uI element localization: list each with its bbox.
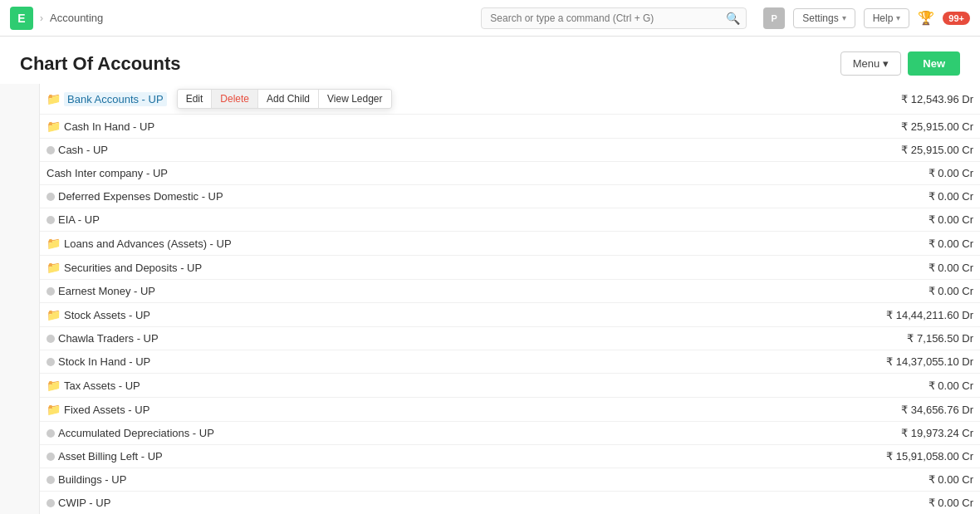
table-row[interactable]: Cash - UP₹ 25,915.00 Cr bbox=[40, 139, 980, 162]
amount-cell: ₹ 25,915.00 Cr bbox=[774, 115, 980, 139]
amount-cell: ₹ 0.00 Cr bbox=[774, 208, 980, 232]
trophy-icon: 🏆 bbox=[918, 10, 934, 26]
account-name-cell: 📁Fixed Assets - UP bbox=[47, 403, 767, 416]
amount-cell: ₹ 0.00 Cr bbox=[774, 232, 980, 256]
account-name-cell: Buildings - UP bbox=[47, 473, 767, 486]
notification-badge[interactable]: 99+ bbox=[943, 12, 970, 25]
page-header: Chart Of Accounts Menu ▾ New bbox=[0, 37, 980, 84]
account-name-cell: 📁Cash In Hand - UP bbox=[47, 120, 767, 133]
table-row[interactable]: Chawla Traders - UP₹ 7,156.50 Dr bbox=[40, 327, 980, 350]
table-row[interactable]: CWIP - UP₹ 0.00 Cr bbox=[40, 492, 980, 515]
account-name-cell: 📁Stock Assets - UP bbox=[47, 308, 767, 321]
new-button[interactable]: New bbox=[908, 51, 960, 76]
folder-icon: 📁 bbox=[47, 120, 61, 133]
app-icon[interactable]: E bbox=[10, 7, 33, 30]
amount-cell: ₹ 34,656.76 Dr bbox=[774, 398, 980, 422]
amount-cell: ₹ 14,44,211.60 Dr bbox=[774, 303, 980, 327]
table-row[interactable]: EIA - UP₹ 0.00 Cr bbox=[40, 208, 980, 232]
table-row[interactable]: Earnest Money - UP₹ 0.00 Cr bbox=[40, 280, 980, 303]
amount-cell: ₹ 14,37,055.10 Dr bbox=[774, 350, 980, 374]
table-row[interactable]: Stock In Hand - UP₹ 14,37,055.10 Dr bbox=[40, 350, 980, 374]
account-name-cell: Earnest Money - UP bbox=[47, 285, 767, 297]
account-name: Accumulated Depreciations - UP bbox=[58, 427, 214, 439]
account-name: Fixed Assets - UP bbox=[64, 404, 149, 416]
accounts-list: 📁Bank Accounts - UP Edit Delete Add Chil… bbox=[40, 84, 980, 514]
table-row[interactable]: 📁Loans and Advances (Assets) - UP₹ 0.00 … bbox=[40, 232, 980, 256]
amount-cell: ₹ 0.00 Cr bbox=[774, 185, 980, 208]
add-child-button[interactable]: Add Child bbox=[258, 90, 319, 108]
folder-icon: 📁 bbox=[47, 92, 61, 105]
folder-icon: 📁 bbox=[47, 403, 61, 416]
account-name-cell: CWIP - UP bbox=[47, 497, 767, 509]
nav-chevron-icon: › bbox=[40, 12, 43, 24]
menu-button[interactable]: Menu ▾ bbox=[840, 51, 902, 76]
account-name-cell: Chawla Traders - UP bbox=[47, 332, 767, 345]
account-name-cell: EIA - UP bbox=[47, 213, 767, 226]
circle-icon bbox=[47, 216, 55, 224]
context-menu: Edit Delete Add Child View Ledger bbox=[177, 89, 392, 109]
menu-dropdown-icon: ▾ bbox=[883, 57, 889, 70]
search-bar: 🔍 bbox=[481, 7, 747, 29]
table-row[interactable]: Deferred Expenses Domestic - UP₹ 0.00 Cr bbox=[40, 185, 980, 208]
account-name: Deferred Expenses Domestic - UP bbox=[58, 190, 223, 203]
account-name-cell: 📁Securities and Deposits - UP bbox=[47, 261, 767, 274]
amount-cell: ₹ 25,915.00 Cr bbox=[774, 139, 980, 162]
amount-cell: ₹ 0.00 Cr bbox=[774, 256, 980, 280]
account-name: Stock Assets - UP bbox=[64, 309, 150, 321]
amount-cell: ₹ 15,91,058.00 Cr bbox=[774, 445, 980, 468]
table-row[interactable]: 📁Stock Assets - UP₹ 14,44,211.60 Dr bbox=[40, 303, 980, 327]
edit-button[interactable]: Edit bbox=[178, 90, 213, 108]
circle-icon bbox=[47, 499, 55, 507]
nav-module-label: Accounting bbox=[50, 12, 103, 24]
account-name-cell: 📁Loans and Advances (Assets) - UP bbox=[47, 237, 767, 250]
account-name: Earnest Money - UP bbox=[58, 285, 155, 297]
search-icon: 🔍 bbox=[726, 12, 740, 25]
table-row[interactable]: Cash Inter company - UP₹ 0.00 Cr bbox=[40, 162, 980, 185]
help-button[interactable]: Help ▾ bbox=[864, 8, 910, 28]
table-row[interactable]: 📁Bank Accounts - UP Edit Delete Add Chil… bbox=[40, 84, 980, 115]
view-ledger-button[interactable]: View Ledger bbox=[319, 90, 391, 108]
account-name-cell: Cash Inter company - UP bbox=[47, 167, 767, 179]
table-row[interactable]: 📁Tax Assets - UP₹ 0.00 Cr bbox=[40, 374, 980, 398]
sidebar bbox=[0, 84, 40, 514]
amount-cell: ₹ 0.00 Cr bbox=[774, 162, 980, 185]
table-row[interactable]: Asset Billing Left - UP₹ 15,91,058.00 Cr bbox=[40, 445, 980, 468]
table-row[interactable]: Buildings - UP₹ 0.00 Cr bbox=[40, 468, 980, 492]
table-row[interactable]: Accumulated Depreciations - UP₹ 19,973.2… bbox=[40, 422, 980, 445]
search-input[interactable] bbox=[481, 7, 747, 29]
amount-cell: ₹ 7,156.50 Dr bbox=[774, 327, 980, 350]
circle-icon bbox=[47, 476, 55, 484]
table-row[interactable]: 📁Fixed Assets - UP₹ 34,656.76 Dr bbox=[40, 398, 980, 422]
delete-button[interactable]: Delete bbox=[212, 90, 258, 108]
settings-dropdown-icon: ▾ bbox=[842, 13, 846, 22]
folder-icon: 📁 bbox=[47, 237, 61, 250]
circle-icon bbox=[47, 193, 55, 201]
account-name: Cash Inter company - UP bbox=[47, 167, 168, 179]
amount-cell: ₹ 19,973.24 Cr bbox=[774, 422, 980, 445]
top-nav: E › Accounting 🔍 P Settings ▾ Help ▾ 🏆 9… bbox=[0, 0, 980, 37]
circle-icon bbox=[47, 429, 55, 438]
account-name-cell: Stock In Hand - UP bbox=[47, 355, 767, 368]
avatar[interactable]: P bbox=[763, 7, 785, 29]
account-name-cell: 📁Bank Accounts - UP Edit Delete Add Chil… bbox=[47, 89, 767, 109]
circle-icon bbox=[47, 358, 55, 366]
amount-cell: ₹ 0.00 Cr bbox=[774, 280, 980, 303]
help-dropdown-icon: ▾ bbox=[896, 13, 900, 22]
page-title: Chart Of Accounts bbox=[20, 53, 181, 75]
circle-icon bbox=[47, 335, 55, 343]
amount-cell: ₹ 12,543.96 Dr bbox=[774, 84, 980, 115]
header-actions: Menu ▾ New bbox=[840, 51, 960, 76]
account-name: Stock In Hand - UP bbox=[58, 355, 150, 368]
account-name: EIA - UP bbox=[58, 213, 100, 226]
table-row[interactable]: 📁Cash In Hand - UP₹ 25,915.00 Cr bbox=[40, 115, 980, 139]
account-name: Loans and Advances (Assets) - UP bbox=[64, 237, 232, 250]
account-name: Cash - UP bbox=[58, 144, 108, 156]
account-name: Buildings - UP bbox=[58, 473, 126, 486]
amount-cell: ₹ 0.00 Cr bbox=[774, 374, 980, 398]
folder-icon: 📁 bbox=[47, 261, 61, 274]
account-name-cell: Accumulated Depreciations - UP bbox=[47, 427, 767, 439]
table-row[interactable]: 📁Securities and Deposits - UP₹ 0.00 Cr bbox=[40, 256, 980, 280]
folder-icon: 📁 bbox=[47, 308, 61, 321]
settings-button[interactable]: Settings ▾ bbox=[793, 8, 855, 28]
account-name-cell: 📁Tax Assets - UP bbox=[47, 379, 767, 392]
